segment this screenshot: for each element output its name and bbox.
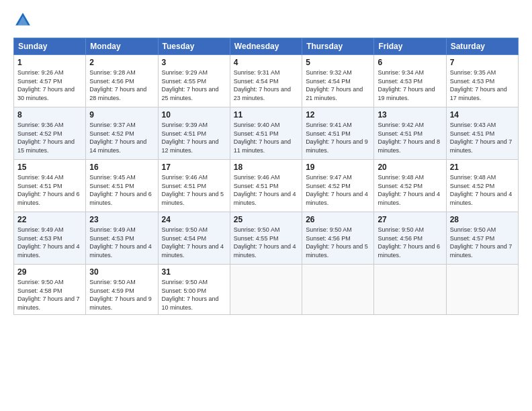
day-number: 4 (234, 58, 298, 67)
day-info: Sunrise: 9:46 AMSunset: 4:51 PMDaylight:… (162, 174, 224, 206)
calendar-cell (374, 265, 446, 315)
calendar-cell (230, 265, 302, 315)
day-number: 8 (17, 110, 82, 120)
col-header-thursday: Thursday (302, 38, 374, 55)
day-info: Sunrise: 9:26 AMSunset: 4:57 PMDaylight:… (17, 69, 75, 101)
calendar-cell: 29Sunrise: 9:50 AMSunset: 4:58 PMDayligh… (14, 265, 86, 315)
day-number: 24 (162, 215, 226, 224)
day-number: 26 (306, 215, 370, 224)
day-info: Sunrise: 9:32 AMSunset: 4:54 PMDaylight:… (306, 69, 363, 101)
day-info: Sunrise: 9:41 AMSunset: 4:51 PMDaylight:… (306, 122, 368, 154)
day-number: 10 (162, 110, 226, 120)
calendar-cell: 13Sunrise: 9:42 AMSunset: 4:51 PMDayligh… (374, 107, 446, 160)
calendar-cell: 26Sunrise: 9:50 AMSunset: 4:56 PMDayligh… (302, 212, 374, 265)
day-info: Sunrise: 9:40 AMSunset: 4:51 PMDaylight:… (234, 122, 291, 154)
day-info: Sunrise: 9:39 AMSunset: 4:51 PMDaylight:… (162, 122, 219, 154)
col-header-friday: Friday (374, 38, 446, 55)
day-info: Sunrise: 9:29 AMSunset: 4:55 PMDaylight:… (162, 69, 219, 101)
calendar-cell: 6Sunrise: 9:34 AMSunset: 4:53 PMDaylight… (374, 55, 446, 107)
calendar-cell: 23Sunrise: 9:49 AMSunset: 4:53 PMDayligh… (86, 212, 158, 265)
day-info: Sunrise: 9:50 AMSunset: 4:56 PMDaylight:… (306, 226, 368, 259)
logo (13, 11, 35, 30)
calendar-cell: 31Sunrise: 9:50 AMSunset: 5:00 PMDayligh… (158, 265, 230, 315)
day-number: 1 (17, 58, 82, 67)
calendar-cell: 5Sunrise: 9:32 AMSunset: 4:54 PMDaylight… (302, 55, 374, 107)
day-number: 3 (162, 58, 226, 67)
day-number: 16 (89, 163, 154, 172)
calendar-cell: 12Sunrise: 9:41 AMSunset: 4:51 PMDayligh… (302, 107, 374, 160)
day-number: 17 (162, 163, 226, 172)
day-number: 9 (89, 110, 154, 120)
day-number: 12 (306, 110, 370, 120)
week-row-4: 22Sunrise: 9:49 AMSunset: 4:53 PMDayligh… (14, 212, 519, 265)
day-number: 25 (234, 215, 298, 224)
calendar-cell: 1Sunrise: 9:26 AMSunset: 4:57 PMDaylight… (14, 55, 86, 107)
day-number: 7 (450, 58, 515, 67)
calendar-header-row: SundayMondayTuesdayWednesdayThursdayFrid… (14, 38, 519, 55)
day-info: Sunrise: 9:37 AMSunset: 4:52 PMDaylight:… (89, 122, 146, 154)
calendar-cell: 3Sunrise: 9:29 AMSunset: 4:55 PMDaylight… (158, 55, 230, 107)
day-number: 22 (17, 215, 82, 224)
calendar-cell: 2Sunrise: 9:28 AMSunset: 4:56 PMDaylight… (86, 55, 158, 107)
calendar-cell: 18Sunrise: 9:46 AMSunset: 4:51 PMDayligh… (230, 160, 302, 212)
calendar-cell: 9Sunrise: 9:37 AMSunset: 4:52 PMDaylight… (86, 107, 158, 160)
day-info: Sunrise: 9:45 AMSunset: 4:51 PMDaylight:… (89, 174, 152, 206)
day-info: Sunrise: 9:50 AMSunset: 4:57 PMDaylight:… (450, 226, 513, 259)
day-info: Sunrise: 9:50 AMSunset: 5:00 PMDaylight:… (162, 279, 219, 311)
calendar-cell (302, 265, 374, 315)
day-number: 13 (378, 110, 442, 120)
page: SundayMondayTuesdayWednesdayThursdayFrid… (0, 0, 532, 411)
day-info: Sunrise: 9:31 AMSunset: 4:54 PMDaylight:… (234, 69, 291, 101)
calendar-cell: 20Sunrise: 9:48 AMSunset: 4:52 PMDayligh… (374, 160, 446, 212)
day-info: Sunrise: 9:47 AMSunset: 4:52 PMDaylight:… (306, 174, 368, 206)
calendar-cell: 11Sunrise: 9:40 AMSunset: 4:51 PMDayligh… (230, 107, 302, 160)
col-header-tuesday: Tuesday (158, 38, 230, 55)
day-number: 21 (450, 163, 515, 172)
day-info: Sunrise: 9:50 AMSunset: 4:54 PMDaylight:… (162, 226, 224, 259)
calendar-cell: 30Sunrise: 9:50 AMSunset: 4:59 PMDayligh… (86, 265, 158, 315)
day-number: 14 (450, 110, 515, 120)
day-number: 29 (17, 267, 82, 277)
calendar-cell: 22Sunrise: 9:49 AMSunset: 4:53 PMDayligh… (14, 212, 86, 265)
day-info: Sunrise: 9:28 AMSunset: 4:56 PMDaylight:… (89, 69, 146, 101)
week-row-3: 15Sunrise: 9:44 AMSunset: 4:51 PMDayligh… (14, 160, 519, 212)
calendar-cell (446, 265, 518, 315)
day-info: Sunrise: 9:48 AMSunset: 4:52 PMDaylight:… (378, 174, 440, 206)
calendar-cell: 4Sunrise: 9:31 AMSunset: 4:54 PMDaylight… (230, 55, 302, 107)
day-info: Sunrise: 9:44 AMSunset: 4:51 PMDaylight:… (17, 174, 80, 206)
day-info: Sunrise: 9:50 AMSunset: 4:55 PMDaylight:… (234, 226, 296, 259)
col-header-monday: Monday (86, 38, 158, 55)
calendar-cell: 14Sunrise: 9:43 AMSunset: 4:51 PMDayligh… (446, 107, 518, 160)
day-info: Sunrise: 9:48 AMSunset: 4:52 PMDaylight:… (450, 174, 513, 206)
week-row-1: 1Sunrise: 9:26 AMSunset: 4:57 PMDaylight… (14, 55, 519, 107)
day-number: 18 (234, 163, 298, 172)
day-info: Sunrise: 9:49 AMSunset: 4:53 PMDaylight:… (89, 226, 152, 259)
day-info: Sunrise: 9:43 AMSunset: 4:51 PMDaylight:… (450, 122, 513, 154)
day-info: Sunrise: 9:49 AMSunset: 4:53 PMDaylight:… (17, 226, 80, 259)
day-number: 5 (306, 58, 370, 67)
day-info: Sunrise: 9:50 AMSunset: 4:59 PMDaylight:… (89, 279, 152, 311)
calendar-cell: 24Sunrise: 9:50 AMSunset: 4:54 PMDayligh… (158, 212, 230, 265)
day-info: Sunrise: 9:36 AMSunset: 4:52 PMDaylight:… (17, 122, 75, 154)
week-row-5: 29Sunrise: 9:50 AMSunset: 4:58 PMDayligh… (14, 265, 519, 315)
calendar-cell: 8Sunrise: 9:36 AMSunset: 4:52 PMDaylight… (14, 107, 86, 160)
logo-icon (13, 11, 32, 30)
calendar-cell: 17Sunrise: 9:46 AMSunset: 4:51 PMDayligh… (158, 160, 230, 212)
day-number: 2 (89, 58, 154, 67)
day-info: Sunrise: 9:42 AMSunset: 4:51 PMDaylight:… (378, 122, 440, 154)
day-number: 15 (17, 163, 82, 172)
col-header-saturday: Saturday (446, 38, 518, 55)
day-info: Sunrise: 9:46 AMSunset: 4:51 PMDaylight:… (234, 174, 296, 206)
day-number: 6 (378, 58, 442, 67)
calendar-cell: 16Sunrise: 9:45 AMSunset: 4:51 PMDayligh… (86, 160, 158, 212)
day-info: Sunrise: 9:50 AMSunset: 4:58 PMDaylight:… (17, 279, 80, 311)
day-number: 23 (89, 215, 154, 224)
calendar-cell: 10Sunrise: 9:39 AMSunset: 4:51 PMDayligh… (158, 107, 230, 160)
calendar-cell: 15Sunrise: 9:44 AMSunset: 4:51 PMDayligh… (14, 160, 86, 212)
day-number: 31 (162, 267, 226, 277)
day-number: 28 (450, 215, 515, 224)
col-header-wednesday: Wednesday (230, 38, 302, 55)
day-info: Sunrise: 9:50 AMSunset: 4:56 PMDaylight:… (378, 226, 440, 259)
header (13, 11, 519, 30)
week-row-2: 8Sunrise: 9:36 AMSunset: 4:52 PMDaylight… (14, 107, 519, 160)
